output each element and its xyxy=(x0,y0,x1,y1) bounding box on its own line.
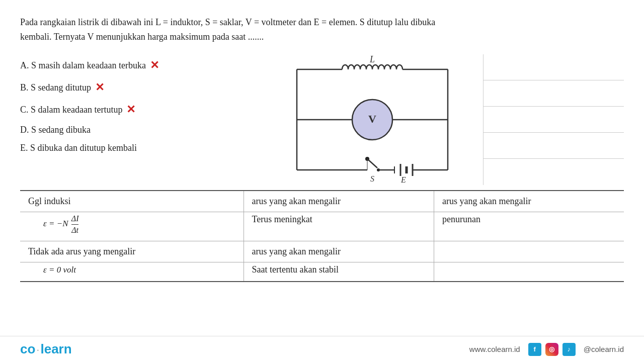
formula-1: ε = −N ΔI Δt xyxy=(28,219,79,228)
question-text: Pada rangkaian listrik di dibawah ini L … xyxy=(20,15,448,44)
option-B-cross: ✕ xyxy=(95,76,104,99)
formula-2: ε = 0 volt xyxy=(28,265,76,275)
info-table: Ggl induksi arus yang akan mengalir arus… xyxy=(20,191,624,282)
table-cell-2-1: ε = −N ΔI Δt xyxy=(20,212,244,241)
table-cell-4-1: ε = 0 volt xyxy=(20,262,244,282)
footer-url: www.colearn.id xyxy=(469,345,520,353)
social-handle: @colearn.id xyxy=(584,345,624,353)
colearn-logo: co·learn xyxy=(20,341,72,357)
terus-meningkat: Terus meningkat xyxy=(252,214,312,224)
option-A-cross: ✕ xyxy=(150,54,159,76)
L-label: L xyxy=(369,54,375,64)
table-cell-3-3 xyxy=(434,241,624,262)
ggl-induksi-label: Ggl induksi xyxy=(28,196,71,206)
option-D: D. S sedang dibuka xyxy=(20,121,262,139)
table-cell-2-3: penurunan xyxy=(434,212,624,241)
penurunan: penurunan xyxy=(442,214,480,224)
option-A: A. S masih dalam keadaan terbuka ✕ xyxy=(20,54,262,76)
V-label: V xyxy=(368,113,376,125)
right-panel xyxy=(483,54,624,185)
tiktok-icon: ♪ xyxy=(562,343,576,356)
table-row-2: ε = −N ΔI Δt Terus meningkat penurunan xyxy=(20,212,624,241)
option-B-label: B. S sedang ditutup xyxy=(20,78,91,97)
arus-mengalir-1: arus yang akan mengalir xyxy=(252,196,341,206)
question-body-text: Pada rangkaian listrik di dibawah ini L … xyxy=(20,17,435,42)
option-B: B. S sedang ditutup ✕ xyxy=(20,76,262,99)
S-label: S xyxy=(370,174,374,183)
table-section: Ggl induksi arus yang akan mengalir arus… xyxy=(20,190,624,282)
table-row-1: Ggl induksi arus yang akan mengalir arus… xyxy=(20,191,624,212)
table-cell-1-1: Ggl induksi xyxy=(20,191,244,212)
arus-mengalir-3: arus yang akan mengalir xyxy=(252,246,341,256)
saat-tertentu: Saat tertentu akan stabil xyxy=(252,264,339,275)
table-row-4: ε = 0 volt Saat tertentu akan stabil xyxy=(20,262,624,282)
table-cell-4-3 xyxy=(434,262,624,282)
E-label: E xyxy=(400,175,406,184)
social-icons: f ◎ ♪ xyxy=(528,343,576,356)
main-content: Pada rangkaian listrik di dibawah ini L … xyxy=(0,0,644,287)
option-C-label: C. S dalam keadaan tertutup xyxy=(20,101,122,119)
option-E-label: E. S dibuka dan ditutup kembali xyxy=(20,139,137,157)
learn-text: learn xyxy=(40,341,71,356)
facebook-icon: f xyxy=(528,343,541,356)
table-row-3: Tidak ada arus yang mengalir arus yang a… xyxy=(20,241,624,262)
svg-line-9 xyxy=(367,159,377,168)
footer-right: www.colearn.id f ◎ ♪ @colearn.id xyxy=(469,343,624,356)
option-D-label: D. S sedang dibuka xyxy=(20,121,91,139)
circuit-diagram: L E xyxy=(267,54,478,185)
table-cell-3-1: Tidak ada arus yang mengalir xyxy=(20,241,244,262)
table-cell-3-2: arus yang akan mengalir xyxy=(244,241,434,262)
table-cell-4-2: Saat tertentu akan stabil xyxy=(244,262,434,282)
circuit-section: L E xyxy=(262,54,483,185)
colearn-text: co xyxy=(20,341,35,356)
options-section: A. S masih dalam keadaan terbuka ✕ B. S … xyxy=(20,54,262,157)
arus-mengalir-2: arus yang akan mengalir xyxy=(442,196,531,206)
option-C-cross: ✕ xyxy=(126,99,135,121)
instagram-icon: ◎ xyxy=(545,343,558,356)
footer: co·learn www.colearn.id f ◎ ♪ @colearn.i… xyxy=(0,336,644,362)
option-C: C. S dalam keadaan tertutup ✕ xyxy=(20,99,262,121)
tidak-ada-arus: Tidak ada arus yang mengalir xyxy=(28,246,135,256)
question-body: A. S masih dalam keadaan terbuka ✕ B. S … xyxy=(20,54,624,185)
option-E: E. S dibuka dan ditutup kembali xyxy=(20,139,262,157)
option-A-label: A. S masih dalam keadaan terbuka xyxy=(20,56,146,74)
table-cell-2-2: Terus meningkat xyxy=(244,212,434,241)
table-cell-1-2: arus yang akan mengalir xyxy=(244,191,434,212)
table-cell-1-3: arus yang akan mengalir xyxy=(434,191,624,212)
